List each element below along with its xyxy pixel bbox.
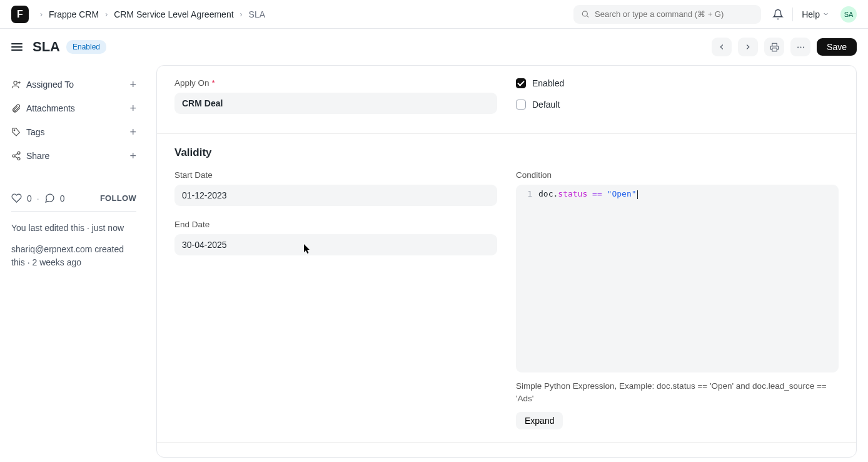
- chevron-right-icon: ›: [38, 10, 45, 19]
- checkbox-checked-icon: [516, 78, 526, 88]
- breadcrumb-app[interactable]: Frappe CRM: [49, 9, 99, 19]
- help-label: Help: [802, 9, 820, 19]
- print-button[interactable]: [764, 38, 784, 56]
- form-sidebar: Assigned To + Attachments + Tags + Share…: [11, 65, 136, 458]
- condition-help-text: Simple Python Expression, Example: doc.s…: [516, 380, 839, 404]
- app-logo[interactable]: F: [11, 6, 29, 23]
- svg-point-0: [583, 11, 588, 16]
- sidebar-item-share[interactable]: Share +: [11, 144, 136, 168]
- comment-icon[interactable]: [44, 193, 55, 203]
- chevron-right-icon: ›: [103, 10, 110, 19]
- more-horizontal-icon: [796, 43, 805, 52]
- plus-icon[interactable]: +: [129, 150, 136, 162]
- user-avatar[interactable]: SA: [840, 6, 857, 23]
- divider: [792, 8, 793, 21]
- checkbox-unchecked-icon: [516, 100, 526, 110]
- save-button[interactable]: Save: [817, 38, 857, 56]
- search-icon: [581, 9, 590, 19]
- paperclip-icon: [11, 103, 21, 113]
- end-date-label: End Date: [174, 220, 497, 229]
- default-checkbox[interactable]: Default: [516, 100, 839, 110]
- svg-point-12: [18, 158, 20, 160]
- chevron-right-icon: [744, 43, 752, 51]
- engagement-stats: 0 · 0 FOLLOW: [11, 193, 136, 211]
- bell-icon[interactable]: [772, 9, 784, 20]
- search-input[interactable]: [595, 9, 754, 19]
- breadcrumb-doctype[interactable]: CRM Service Level Agreement: [114, 9, 233, 19]
- plus-icon[interactable]: +: [129, 79, 136, 90]
- topbar: F › Frappe CRM › CRM Service Level Agree…: [0, 0, 868, 29]
- svg-point-4: [800, 46, 801, 48]
- share-icon: [11, 151, 21, 161]
- condition-code-editor[interactable]: 1 doc.status == "Open": [516, 185, 839, 372]
- breadcrumb: › Frappe CRM › CRM Service Level Agreeme…: [38, 9, 265, 19]
- title-row: SLA Enabled Save: [0, 29, 868, 65]
- svg-point-11: [13, 155, 15, 157]
- chevron-left-icon: [717, 43, 726, 51]
- likes-count: 0: [27, 193, 32, 203]
- user-plus-icon: [11, 80, 21, 90]
- created-by-meta: shariq@erpnext.com created this · 2 week…: [11, 243, 136, 269]
- svg-line-14: [15, 157, 18, 158]
- svg-line-1: [587, 16, 589, 18]
- plus-icon[interactable]: +: [129, 126, 136, 138]
- printer-icon: [770, 43, 779, 52]
- sidebar-item-assigned-to[interactable]: Assigned To +: [11, 73, 136, 96]
- expand-button[interactable]: Expand: [516, 412, 563, 429]
- main: Assigned To + Attachments + Tags + Share…: [0, 65, 868, 462]
- apply-on-input[interactable]: [174, 93, 497, 114]
- svg-point-3: [797, 46, 799, 48]
- follow-button[interactable]: FOLLOW: [100, 193, 136, 203]
- svg-point-10: [18, 151, 20, 154]
- sidebar-item-label: Share: [26, 151, 49, 161]
- response-section-title: Response and Follow Up: [174, 455, 839, 458]
- code-line-number: 1: [516, 188, 538, 369]
- prev-button[interactable]: [712, 38, 732, 56]
- start-date-input[interactable]: [174, 185, 497, 206]
- apply-on-label: Apply On*: [174, 78, 497, 88]
- sidebar-toggle-icon[interactable]: [11, 43, 23, 51]
- divider: [11, 211, 136, 212]
- chevron-right-icon: ›: [238, 10, 245, 19]
- more-button[interactable]: [790, 38, 810, 56]
- condition-label: Condition: [516, 170, 839, 180]
- doc-title: SLA: [33, 39, 60, 55]
- end-date-input[interactable]: [174, 234, 497, 255]
- form-card: Apply On* Enabled Default: [156, 65, 857, 458]
- start-date-label: Start Date: [174, 170, 497, 180]
- global-search[interactable]: [573, 5, 761, 24]
- enabled-checkbox[interactable]: Enabled: [516, 78, 839, 88]
- svg-point-6: [14, 81, 17, 85]
- svg-rect-2: [772, 48, 777, 51]
- breadcrumb-current: SLA: [249, 9, 265, 19]
- plus-icon[interactable]: +: [129, 103, 136, 114]
- status-badge: Enabled: [66, 40, 106, 54]
- tag-icon: [11, 127, 21, 137]
- svg-point-9: [14, 130, 15, 131]
- sidebar-item-label: Assigned To: [26, 80, 74, 90]
- heart-icon[interactable]: [11, 193, 22, 203]
- sidebar-item-label: Attachments: [26, 103, 75, 113]
- enabled-label: Enabled: [532, 78, 564, 88]
- sidebar-item-label: Tags: [26, 127, 45, 137]
- sidebar-item-attachments[interactable]: Attachments +: [11, 96, 136, 120]
- help-menu[interactable]: Help: [802, 9, 829, 19]
- last-edited-meta: You last edited this · just now: [11, 222, 136, 234]
- comments-count: 0: [60, 193, 65, 203]
- sidebar-item-tags[interactable]: Tags +: [11, 120, 136, 144]
- code-content: doc.status == "Open": [538, 188, 638, 369]
- chevron-down-icon: [822, 11, 829, 18]
- validity-section-title: Validity: [174, 146, 839, 159]
- default-label: Default: [532, 100, 560, 110]
- next-button[interactable]: [738, 38, 758, 56]
- svg-point-5: [802, 46, 804, 48]
- svg-line-13: [15, 153, 18, 155]
